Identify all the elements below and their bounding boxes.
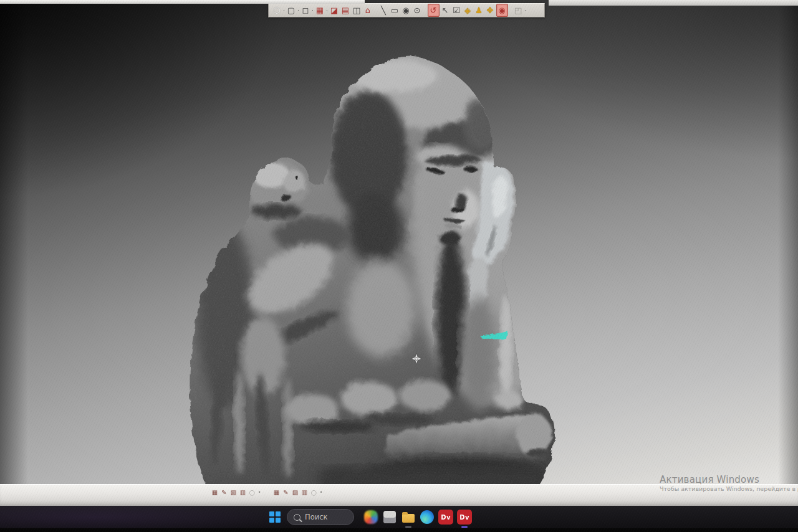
monitor-top-edge-right <box>549 0 798 6</box>
align-grid-icon[interactable]: ▦ <box>210 488 219 496</box>
bottom-panel: ▦ ✎ ▧ ▥ ○ • ▦ ✎ ▧ ▥ ○ • <box>0 484 798 506</box>
fill-bucket-button[interactable]: ◈ <box>463 4 473 16</box>
search-icon <box>294 514 300 521</box>
mini-toolbar-group-2: ▦ ✎ ▧ ▥ ○ • <box>272 488 324 496</box>
open-app-indicator <box>405 526 411 528</box>
duplicate-pages-button[interactable]: ▤ <box>340 4 351 16</box>
circle-select-large-button[interactable]: ◉ <box>401 4 411 16</box>
rotate-cursor <box>410 353 423 365</box>
taskbar-search[interactable]: Поиск <box>287 509 354 525</box>
mesh-cube-button[interactable]: ▢ <box>286 4 297 16</box>
extra-tool-button[interactable]: ◰ <box>513 4 524 16</box>
inspect-figure-button[interactable]: ♟ <box>474 4 484 16</box>
widgets-app-icon <box>364 510 378 524</box>
section-cut-button[interactable]: ◪ <box>329 4 340 16</box>
region-a-icon[interactable]: ▧ <box>291 488 300 496</box>
main-toolbar: ⬡ · ▢ · ◻ · ▦ · ◪ ▤ ◫ ⌂ ╲ ▭ ◉ ⊙ ↺ ↖ ☑ ◈ … <box>268 3 545 17</box>
taskbar-app-widgets[interactable] <box>363 509 379 525</box>
wireframe-box-button[interactable]: ▦ <box>315 4 325 16</box>
circle-marker-icon[interactable]: ○ <box>309 488 319 496</box>
start-button[interactable] <box>267 509 283 525</box>
monitor-top-edge-left <box>0 0 365 4</box>
taskbar-app-red-2[interactable]: Dv <box>456 509 473 525</box>
scan-mini-toolbar: ▦ ✎ ▧ ▥ ○ • ▦ ✎ ▧ ▥ ○ • <box>210 488 334 496</box>
rect-select-button[interactable]: ▭ <box>390 4 400 16</box>
3d-viewport[interactable] <box>0 0 798 506</box>
mesh-sphere-button[interactable]: ⬡ <box>272 4 282 16</box>
taskbar-app-red-1[interactable]: Dv <box>438 509 454 525</box>
mini-toolbar-group-1: ▦ ✎ ▧ ▥ ○ • <box>210 488 262 496</box>
dropdown-dot-icon[interactable]: · <box>325 7 329 14</box>
monitor-bottom-bezel <box>0 528 798 532</box>
windows-logo-icon <box>269 511 281 523</box>
statue-3d-scan[interactable] <box>168 53 558 495</box>
search-placeholder: Поиск <box>305 513 327 521</box>
red-app-icon: Dv <box>457 510 472 525</box>
dropdown-dot-icon[interactable]: · <box>311 7 314 14</box>
align-grid-icon[interactable]: ▦ <box>272 488 281 496</box>
transform-arrows-button[interactable]: ✥ <box>485 4 496 16</box>
taskbar-app-gray[interactable] <box>382 509 398 525</box>
region-b-icon[interactable]: ▥ <box>238 488 248 496</box>
split-view-button[interactable]: ◫ <box>352 4 362 16</box>
lasso-select-button[interactable]: ↺ <box>428 4 440 17</box>
edit-brush-icon[interactable]: ✎ <box>281 488 291 496</box>
taskbar-app-edge[interactable] <box>419 509 435 525</box>
texture-home-button[interactable]: ⌂ <box>363 4 373 16</box>
taskbar-items: Поиск Dv Dv <box>267 506 474 528</box>
active-app-indicator <box>461 526 468 528</box>
taskbar-app-file-explorer[interactable] <box>400 509 416 525</box>
line-tool-button[interactable]: ╲ <box>378 4 389 16</box>
monitor-photo: ⬡ · ▢ · ◻ · ▦ · ◪ ▤ ◫ ⌂ ╲ ▭ ◉ ⊙ ↺ ↖ ☑ ◈ … <box>0 0 798 532</box>
dropdown-dot-icon[interactable]: · <box>297 7 300 14</box>
region-a-icon[interactable]: ▧ <box>229 488 238 496</box>
red-app-icon: Dv <box>438 510 453 525</box>
more-dot-icon[interactable]: • <box>319 488 324 496</box>
circle-select-small-button[interactable]: ⊙ <box>412 4 423 16</box>
edit-brush-icon[interactable]: ✎ <box>219 488 229 496</box>
dropdown-dot-icon[interactable]: · <box>524 7 527 14</box>
edge-browser-icon <box>420 510 434 524</box>
gray-app-icon <box>383 511 396 523</box>
windows-taskbar: Поиск Dv Dv <box>0 506 798 528</box>
more-dot-icon[interactable]: • <box>257 488 262 496</box>
edit-check-button[interactable]: ☑ <box>451 4 462 16</box>
mesh-rounded-cube-button[interactable]: ◻ <box>300 4 311 16</box>
folder-icon <box>402 514 415 523</box>
pick-cursor-button[interactable]: ↖ <box>440 4 451 16</box>
region-b-icon[interactable]: ▥ <box>300 488 309 496</box>
circle-marker-icon[interactable]: ○ <box>248 488 257 496</box>
dropdown-dot-icon[interactable]: · <box>282 7 286 14</box>
visibility-eye-button[interactable]: ◉ <box>496 4 508 17</box>
